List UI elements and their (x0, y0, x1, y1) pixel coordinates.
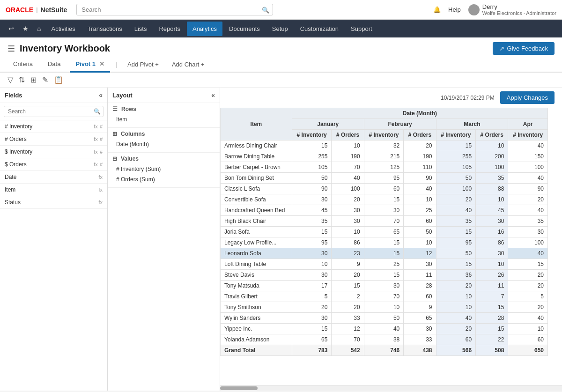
back-button[interactable]: ↩ (5, 23, 18, 34)
add-chart-button[interactable]: Add Chart + (167, 58, 209, 71)
star-button[interactable]: ★ (19, 23, 32, 34)
rows-item[interactable]: Item (112, 114, 215, 125)
table-row[interactable]: Leonardo Sofa 30 23 15 12 50 30 40 (221, 248, 548, 259)
values-item-1[interactable]: # Orders (Sum) (112, 174, 215, 185)
values-section-header: ⊟ Values (112, 155, 215, 162)
cell-jan-ord-12: 20 (332, 270, 364, 281)
home-button[interactable]: ⌂ (33, 23, 44, 34)
table-row[interactable]: Armless Dining Chair 15 10 32 20 15 10 4… (221, 141, 548, 151)
user-info[interactable]: Derry Wolfe Electronics · Administrator (468, 3, 556, 16)
field-item-1[interactable]: # Orders fx # (0, 133, 107, 146)
cell-mar-ord-16: 28 (476, 313, 508, 324)
field-item-4[interactable]: Date fx (0, 171, 107, 184)
nav-transactions[interactable]: Transactions (82, 22, 128, 36)
rows-label: Rows (121, 106, 136, 112)
cell-apr-inv-17: 10 (508, 324, 548, 334)
field-item-6[interactable]: Status fx (0, 196, 107, 209)
search-icon: 🔍 (262, 6, 269, 13)
table-row[interactable]: Convertible Sofa 30 20 15 10 20 10 20 (221, 194, 548, 205)
cell-item-4: Classic L Sofa (221, 184, 292, 194)
table-row[interactable]: Tony Smithson 20 20 10 9 10 15 20 (221, 302, 548, 313)
nav-customization[interactable]: Customization (295, 22, 344, 36)
menu-icon[interactable]: ☰ (7, 44, 15, 54)
columns-item[interactable]: Date (Month) (112, 139, 215, 149)
tab-pivot1[interactable]: Pivot 1 ✕ (70, 57, 110, 73)
field-item-2[interactable]: $ Inventory fx # (0, 146, 107, 158)
global-search[interactable]: 🔍 (76, 4, 273, 15)
field-item-3[interactable]: $ Orders fx # (0, 158, 107, 171)
nav-documents[interactable]: Documents (223, 22, 266, 36)
export-icon[interactable]: 📋 (54, 75, 63, 84)
layout-icon[interactable]: ⊞ (30, 75, 37, 84)
data-panel-header: 10/19/2017 02:29 PM Apply Changes (220, 88, 562, 108)
layout-collapse-button[interactable]: « (211, 91, 215, 99)
cell-item-18: Yolanda Adamson (221, 334, 292, 345)
field-name-5: Item (5, 186, 98, 193)
apply-changes-button[interactable]: Apply Changes (500, 91, 555, 104)
nav-setup[interactable]: Setup (266, 22, 294, 36)
table-row[interactable]: Steve Davis 30 20 15 11 36 26 20 (221, 270, 548, 281)
nav-reports[interactable]: Reports (153, 22, 186, 36)
user-details: Derry Wolfe Electronics · Administrator (482, 3, 556, 16)
scrollbar-thumb[interactable] (220, 386, 258, 390)
fields-search-input[interactable] (4, 106, 104, 117)
table-row[interactable]: Barrow Dining Table 255 190 215 190 255 … (221, 151, 548, 162)
cell-feb-inv-6: 30 (364, 205, 404, 216)
table-row[interactable]: Yippee Inc. 15 12 40 30 20 15 10 (221, 324, 548, 334)
field-icons-6: fx (98, 200, 103, 205)
grand-total-apr-inv: 650 (508, 345, 548, 356)
table-row[interactable]: Handcrafted Queen Bed 45 30 30 25 40 45 … (221, 205, 548, 216)
table-row[interactable]: Travis Gilbert 5 2 70 60 10 7 5 (221, 291, 548, 302)
table-row[interactable]: High Black Chair 35 30 70 60 35 30 35 (221, 216, 548, 227)
nav-activities[interactable]: Activities (45, 22, 81, 36)
table-row[interactable]: Joria Sofa 15 10 65 50 15 16 30 (221, 227, 548, 237)
table-row[interactable]: Berber Carpet - Brown 105 70 125 110 105… (221, 162, 548, 173)
table-row[interactable]: Wylin Sanders 30 33 50 65 40 28 40 (221, 313, 548, 324)
table-row[interactable]: Loft Dining Table 10 9 25 30 15 10 15 (221, 259, 548, 270)
cell-jan-ord-10: 23 (332, 248, 364, 259)
add-pivot-button[interactable]: Add Pivot + (123, 58, 163, 71)
cell-item-5: Convertible Sofa (221, 194, 292, 205)
pivot1-close-icon[interactable]: ✕ (99, 60, 104, 67)
horizontal-scrollbar[interactable] (220, 385, 562, 391)
cell-apr-inv-1: 150 (508, 151, 548, 162)
cell-jan-inv-9: 95 (292, 237, 332, 248)
cell-jan-inv-2: 105 (292, 162, 332, 173)
add-pivot-label: Add Pivot (127, 61, 154, 68)
table-row[interactable]: Tony Matsuda 17 15 30 28 20 11 20 (221, 281, 548, 291)
table-row[interactable]: Yolanda Adamson 65 70 38 33 60 22 60 (221, 334, 548, 345)
table-row[interactable]: Legacy Low Profile... 95 86 15 10 95 86 … (221, 237, 548, 248)
cell-feb-ord-15: 9 (404, 302, 436, 313)
filter-icon[interactable]: ▽ (7, 75, 13, 84)
cell-jan-inv-17: 15 (292, 324, 332, 334)
cell-feb-inv-16: 50 (364, 313, 404, 324)
user-avatar (468, 4, 480, 15)
pivot-table-wrap[interactable]: Item Date (Month) January February March… (220, 108, 562, 385)
grand-total-mar-ord: 508 (476, 345, 508, 356)
sort-icon[interactable]: ⇅ (19, 75, 25, 84)
table-row[interactable]: Bon Tom Dining Set 50 40 95 90 50 35 40 (221, 173, 548, 184)
fields-collapse-button[interactable]: « (99, 91, 103, 99)
user-name: Derry (482, 3, 556, 10)
table-row[interactable]: Classic L Sofa 90 100 60 40 100 88 90 (221, 184, 548, 194)
notification-icon[interactable]: 🔔 (433, 6, 441, 13)
tab-data[interactable]: Data (42, 57, 66, 73)
search-input[interactable] (76, 4, 273, 15)
give-feedback-button[interactable]: ↗ Give Feedback (493, 42, 555, 55)
rows-section-header: ☰ Rows (112, 106, 215, 112)
values-item-0[interactable]: # Inventory (Sum) (112, 164, 215, 174)
edit-icon[interactable]: ✎ (42, 75, 48, 84)
rows-icon: ☰ (112, 106, 118, 112)
nav-analytics[interactable]: Analytics (187, 22, 222, 36)
cell-mar-ord-2: 100 (476, 162, 508, 173)
cell-mar-ord-0: 10 (476, 141, 508, 151)
grand-total-label: Grand Total (221, 345, 292, 356)
tab-criteria[interactable]: Criteria (7, 57, 38, 73)
nav-support[interactable]: Support (345, 22, 378, 36)
field-item-0[interactable]: # Inventory fx # (0, 120, 107, 133)
nav-lists[interactable]: Lists (129, 22, 153, 36)
grand-total-jan-inv: 783 (292, 345, 332, 356)
layout-title: Layout (112, 92, 133, 99)
help-link[interactable]: Help (448, 6, 461, 13)
field-item-5[interactable]: Item fx (0, 184, 107, 196)
